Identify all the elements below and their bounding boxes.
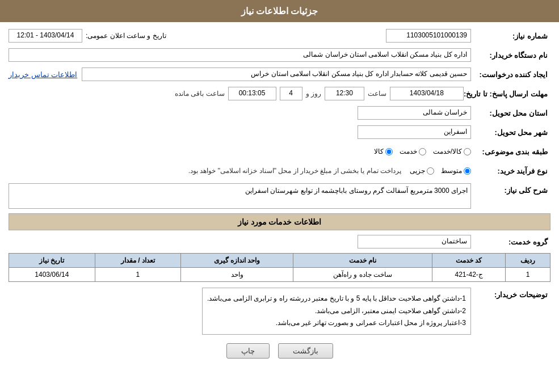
col-unit: واحد اندازه گیری [181,254,293,268]
deadline-days-label: روز و [306,90,321,98]
table-header: ردیف کد خدمت نام خدمت واحد اندازه گیری ت… [9,254,550,268]
page-title: جزئیات اطلاعات نیاز [241,6,318,16]
category-kala-label: کالا [374,147,384,155]
deadline-days: 4 [280,87,302,100]
requester-row: ایجاد کننده درخواست: حسین قدیمی کلاته حس… [9,66,550,82]
buyer-org-value-area: اداره کل بنیاد مسکن انقلاب اسلامی استان … [9,48,471,62]
services-section-header: اطلاعات خدمات مورد نیاز [9,213,550,230]
delivery-city-value-area: اسفراین [9,125,471,139]
button-row: بازگشت چاپ [9,343,550,359]
services-table: ردیف کد خدمت نام خدمت واحد اندازه گیری ت… [9,253,550,282]
page-container: جزئیات اطلاعات نیاز شماره نیاز: 11030051… [0,0,559,392]
delivery-province-label: استان محل تحویل: [471,109,550,117]
process-type-value-area: متوسط جزیی پرداخت تمام یا بخشی از مبلغ خ… [9,167,471,175]
delivery-city-value: اسفراین [358,125,471,139]
buyer-desc-value-area: 1-داشتن گواهی صلاحیت حداقل با پایه 5 و ب… [9,288,471,335]
buyer-desc-line: 2-داشتن گواهی صلاحیت ایمنی معتبر، الزامی… [207,305,466,318]
back-button[interactable]: بازگشت [278,343,333,359]
col-row-num: ردیف [506,254,550,268]
process-jozi-label: جزیی [410,167,425,175]
delivery-province-value-area: خراسان شمالی [9,106,471,120]
col-service-name: نام خدمت [293,254,432,268]
process-radio-jozi[interactable]: جزیی [410,167,434,175]
general-desc-row: شرح کلی نیاز: اجرای 3000 مترمربع آسفالت … [9,183,550,209]
general-desc-label: شرح کلی نیاز: [471,183,550,195]
category-radio-khedmat[interactable]: خدمت [400,147,426,155]
category-radio-kala[interactable]: کالا [374,147,393,155]
general-desc-value: اجرای 3000 مترمربع آسفالت گرم روستای باب… [9,183,471,209]
category-radio-group: کالا/خدمت خدمت کالا [374,147,471,155]
deadline-time-label: ساعت [368,90,386,98]
service-group-value: ساختمان [358,235,471,248]
general-desc-value-area: اجرای 3000 مترمربع آسفالت گرم روستای باب… [9,183,471,209]
buyer-desc-line: 3-اعتبار پروژه از محل اعتبارات عمرانی و … [207,317,466,330]
main-content: شماره نیاز: 1103005101000139 تاریخ و ساع… [0,22,559,373]
process-radio-motavaset-input[interactable] [464,167,471,175]
service-group-row: گروه خدمت: ساختمان [9,234,550,250]
col-quantity: تعداد / مقدار [95,254,181,268]
deadline-label: مهلت ارسال پاسخ: تا تاریخ: [464,90,550,98]
buyer-desc-row: توضیحات خریدار: 1-داشتن گواهی صلاحیت حدا… [9,288,550,335]
deadline-remaining-label: ساعت باقی مانده [175,90,225,98]
delivery-city-row: شهر محل تحویل: اسفراین [9,124,550,140]
category-kala-khedmat-label: کالا/خدمت [433,147,462,155]
col-service-code: کد خدمت [432,254,506,268]
deadline-value-area: 1403/04/18 ساعت 12:30 روز و 4 00:13:05 س… [9,87,464,100]
table-body: 1ج-42-421ساخت جاده و راه‌آهنواحد11403/06… [9,268,550,282]
category-khedmat-label: خدمت [400,147,417,155]
need-number-value: 1103005101000139 [386,29,471,43]
announcement-datetime: 1403/04/14 - 12:01 [9,29,82,43]
announcement-label: تاریخ و ساعت اعلان عمومی: [86,32,166,40]
buyer-desc-line: 1-داشتن گواهی صلاحیت حداقل با پایه 5 و ب… [207,293,466,305]
deadline-time: 12:30 [325,87,364,100]
delivery-province-value: خراسان شمالی [358,106,471,120]
buyer-org-label: نام دستگاه خریدار: [471,51,550,60]
buyer-desc-label: توضیحات خریدار: [471,288,550,299]
need-number-value-area: 1103005101000139 تاریخ و ساعت اعلان عموم… [9,29,471,43]
delivery-city-label: شهر محل تحویل: [471,128,550,137]
process-motavaset-label: متوسط [441,167,462,175]
print-button[interactable]: چاپ [226,343,270,359]
process-radio-jozi-input[interactable] [427,167,434,175]
delivery-province-row: استان محل تحویل: خراسان شمالی [9,105,550,121]
buyer-org-row: نام دستگاه خریدار: اداره کل بنیاد مسکن ا… [9,47,550,63]
deadline-row: مهلت ارسال پاسخ: تا تاریخ: 1403/04/18 سا… [9,86,550,102]
requester-value-area: حسین قدیمی کلاته حسابدار اداره کل بنیاد … [9,68,471,81]
category-radio-kala-input[interactable] [385,148,393,155]
requester-value: حسین قدیمی کلاته حسابدار اداره کل بنیاد … [82,68,471,81]
requester-label: ایجاد کننده درخواست: [471,70,550,79]
category-radio-kala-khedmat-input[interactable] [464,148,471,155]
category-row: طبقه بندی موضوعی: کالا/خدمت خدمت کالا [9,144,550,159]
service-group-label: گروه خدمت: [471,238,550,246]
process-radio-motavaset[interactable]: متوسط [441,167,471,175]
buyer-desc-value: 1-داشتن گواهی صلاحیت حداقل با پایه 5 و ب… [202,288,471,335]
contact-link[interactable]: اطلاعات تماس خریدار [9,70,77,79]
deadline-remaining: 00:13:05 [228,87,276,100]
need-number-row: شماره نیاز: 1103005101000139 تاریخ و ساع… [9,28,550,44]
buyer-org-value: اداره کل بنیاد مسکن انقلاب اسلامی استان … [9,48,471,62]
category-value-area: کالا/خدمت خدمت کالا [9,147,471,155]
deadline-datetime-row: 1403/04/18 ساعت 12:30 روز و 4 00:13:05 س… [175,87,464,100]
deadline-date: 1403/04/18 [390,87,464,100]
category-label: طبقه بندی موضوعی: [471,147,550,156]
table-header-row: ردیف کد خدمت نام خدمت واحد اندازه گیری ت… [9,254,550,268]
process-radio-group: متوسط جزیی [410,167,471,175]
process-note: پرداخت تمام یا بخشی از مبلغ خریدار از مح… [188,167,401,175]
table-row: 1ج-42-421ساخت جاده و راه‌آهنواحد11403/06… [9,268,550,282]
process-type-label: نوع فرآیند خرید: [471,167,550,175]
service-group-value-area: ساختمان [9,235,471,248]
category-radio-kala-khedmat[interactable]: کالا/خدمت [433,147,471,155]
page-header: جزئیات اطلاعات نیاز [0,0,559,22]
category-radio-khedmat-input[interactable] [419,148,426,155]
col-need-date: تاریخ نیاز [9,254,95,268]
need-number-label: شماره نیاز: [471,32,550,40]
process-type-row: نوع فرآیند خرید: متوسط جزیی پرداخت تمام … [9,163,550,179]
